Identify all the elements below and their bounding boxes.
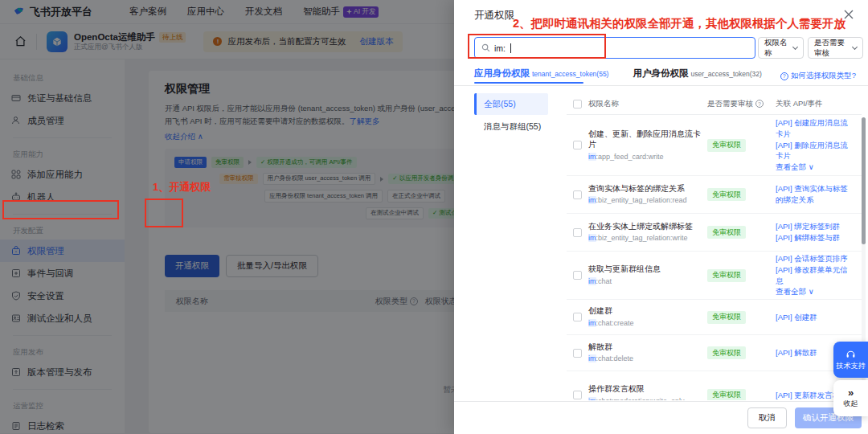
review-free-badge: 免审权限 (707, 311, 746, 324)
collapse-widget[interactable]: » 收起 (833, 380, 868, 416)
review-free-badge: 免审权限 (707, 188, 746, 201)
code-rest: :chat:delete (596, 354, 634, 362)
review-free-badge: 免审权限 (707, 389, 746, 401)
row-checkbox[interactable] (573, 141, 582, 149)
scrollbar-thumb[interactable] (862, 117, 866, 244)
code-rest: :biz_entity_tag_relation:read (596, 196, 687, 204)
chevron-down-icon (792, 44, 798, 50)
code-rest: :app_feed_card:write (596, 153, 664, 161)
code-rest: :chat:moderation:write_only (596, 397, 685, 400)
active-tab-underline (474, 82, 583, 84)
api-link[interactable]: [API] 创建应用消息流卡片 (776, 117, 852, 140)
permission-name: 操作群发言权限 (588, 383, 702, 395)
permission-code: im:app_feed_card:write (588, 153, 702, 162)
view-all-link[interactable]: 查看全部 ∨ (776, 286, 852, 297)
code-rest: :chat (596, 277, 612, 285)
permission-name: 获取与更新群组信息 (588, 264, 702, 275)
api-link[interactable]: [API] 修改群菜单元信息 (776, 264, 852, 287)
chevron-down-icon (852, 44, 858, 50)
column-related-api: 关联 API/事件 (776, 99, 862, 109)
review-free-badge: 免审权限 (707, 269, 746, 282)
filter-permission-name-select[interactable]: 权限名称 (758, 37, 804, 59)
category-all[interactable]: 全部(55) (474, 93, 548, 115)
permission-name: 解散群 (588, 342, 702, 353)
permission-list: 创建、更新、删除应用消息流卡片 im:app_feed_card:write 免… (567, 114, 862, 400)
divider (454, 85, 868, 86)
permission-row: 查询实体与标签的绑定关系 im:biz_entity_tag_relation:… (567, 176, 862, 214)
permission-name: 在业务实体上绑定或解绑标签 (588, 221, 702, 232)
filter-review-select[interactable]: 是否需要审核 (808, 37, 863, 59)
permission-code: im:biz_entity_tag_relation:write (588, 234, 702, 244)
permission-code: im:chat (588, 277, 702, 287)
row-checkbox[interactable] (573, 349, 582, 358)
api-link[interactable]: [API] 查询实体与标签的绑定关系 (776, 183, 852, 206)
category-message-group[interactable]: 消息与群组(55) (484, 121, 541, 133)
tab-tenant-access-token[interactable]: 应用身份权限 tenant_access_token(55) (474, 68, 608, 80)
drawer-footer: 取消 确认开通权限 (454, 401, 868, 434)
row-checkbox[interactable] (573, 391, 582, 399)
annotation-rect-search-box (468, 34, 606, 59)
tech-support-label: 技术支持 (837, 361, 866, 371)
permissions-table: 权限名称 是否需要审核 关联 API/事件 创建、更新、删除应用消息流卡片 im… (567, 93, 862, 400)
permission-row: 创建、更新、删除应用消息流卡片 im:app_feed_card:write 免… (567, 115, 862, 176)
code-rest: :chat:create (596, 319, 634, 327)
row-checkbox[interactable] (573, 313, 582, 321)
review-free-badge: 免审权限 (707, 346, 746, 359)
drawer-title: 开通权限 (474, 9, 514, 23)
tech-support-widget[interactable]: 技术支持 (833, 342, 868, 378)
double-chevron-right-icon: » (848, 387, 854, 398)
permission-name: 查询实体与标签的绑定关系 (588, 183, 702, 194)
permission-row: 操作群发言权限 im:chat:moderation:write_only 免审… (567, 371, 862, 400)
review-free-badge: 免审权限 (707, 139, 746, 152)
api-link[interactable]: [API] 删除应用消息流卡片 (776, 140, 852, 162)
headset-icon (845, 349, 856, 359)
api-link[interactable]: [API] 绑定标签到群 (776, 221, 852, 232)
review-free-badge: 免审权限 (707, 226, 746, 239)
how-to-choose-link[interactable]: 如何选择权限类型? (780, 71, 856, 81)
api-link[interactable]: [API] 创建群 (776, 312, 852, 323)
row-checkbox[interactable] (573, 190, 582, 199)
table-header-row: 权限名称 是否需要审核 关联 API/事件 (567, 93, 862, 114)
column-review-required: 是否需要审核 (707, 99, 776, 109)
permission-code: im:biz_entity_tag_relation:read (588, 196, 702, 206)
tab-token-count: user_access_token(32) (690, 70, 761, 78)
open-permissions-drawer: 开通权限 权限名称 是否需要审核 应用身份权限 tenant_access_to… (454, 0, 868, 434)
permission-row: 创建群 im:chat:create 免审权限 [API] 创建群 (567, 300, 862, 335)
code-highlight: im (588, 153, 596, 161)
tab-label: 应用身份权限 (474, 68, 530, 80)
help-icon[interactable] (755, 100, 764, 108)
column-label: 是否需要审核 (707, 99, 753, 109)
code-highlight: im (588, 397, 596, 400)
cancel-button[interactable]: 取消 (747, 407, 787, 428)
annotation-rect-permissions-menu (2, 200, 119, 219)
tab-user-access-token[interactable]: 用户身份权限 user_access_token(32) (633, 68, 761, 80)
code-highlight: im (588, 354, 596, 362)
permission-name: 创建群 (588, 305, 702, 317)
tab-token-count: tenant_access_token(55) (532, 70, 608, 78)
token-tabs: 应用身份权限 tenant_access_token(55) 用户身份权限 us… (474, 68, 762, 80)
filter-label: 权限名称 (764, 38, 791, 59)
permission-code: im:chat:create (588, 319, 702, 329)
code-rest: :biz_entity_tag_relation:write (596, 234, 688, 242)
api-link[interactable]: [API] 解绑标签与群 (776, 232, 852, 244)
row-checkbox[interactable] (573, 271, 582, 280)
annotation-step1-text: 1、开通权限 (153, 180, 211, 194)
permission-row: 在业务实体上绑定或解绑标签 im:biz_entity_tag_relation… (567, 214, 862, 252)
view-all-link[interactable]: 查看全部 ∨ (776, 162, 852, 173)
column-permission-name: 权限名称 (588, 99, 707, 109)
select-all-checkbox[interactable] (573, 100, 582, 108)
permission-code: im:chat:delete (588, 354, 702, 364)
code-highlight: im (588, 196, 596, 204)
row-checkbox[interactable] (573, 228, 582, 237)
api-link[interactable]: [API] 会话标签页排序 (776, 253, 852, 264)
annotation-step2-text: 2、把即时通讯相关的权限全部开通，其他权限根据个人需要开放 (513, 16, 845, 31)
annotation-rect-open-button (145, 199, 183, 227)
collapse-label: 收起 (844, 399, 858, 409)
screen: 飞书开放平台 客户案例 应用中心 开发文档 智能助手 AI 开发 (0, 0, 868, 434)
permission-name: 创建、更新、删除应用消息流卡片 (588, 129, 702, 150)
help-icon (780, 72, 788, 80)
permission-row: 获取与更新群组信息 im:chat 免审权限 [API] 会话标签页排序 [AP… (567, 252, 862, 300)
code-highlight: im (588, 319, 596, 327)
filter-label: 是否需要审核 (814, 38, 850, 59)
permission-code: im:chat:moderation:write_only (588, 397, 702, 400)
